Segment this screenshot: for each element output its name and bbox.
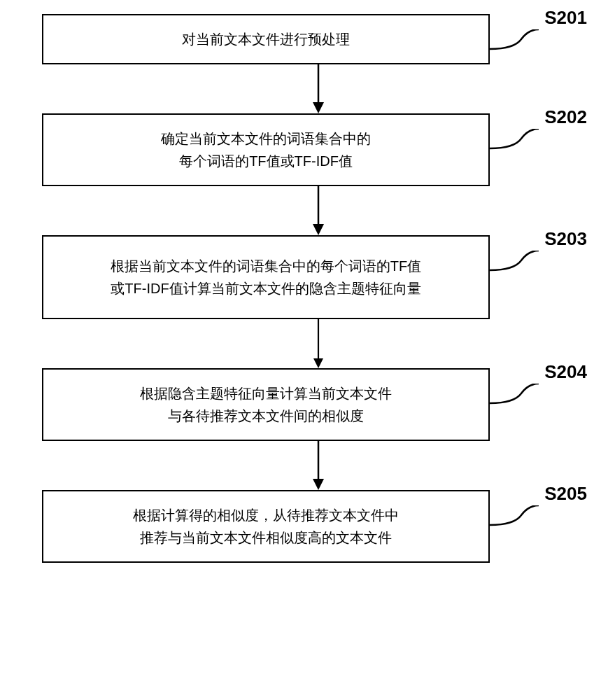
step-box: 对当前文本文件进行预处理: [42, 14, 490, 64]
step-text: 根据当前文本文件的词语集合中的每个词语的TF值或TF-IDF值计算当前文本文件的…: [111, 255, 421, 300]
step-box: 根据当前文本文件的词语集合中的每个词语的TF值或TF-IDF值计算当前文本文件的…: [42, 235, 490, 319]
connector-curve-icon: [490, 505, 539, 526]
flow-step-S202: 确定当前文本文件的词语集合中的每个词语的TF值或TF-IDF值 S202: [21, 113, 594, 186]
step-label-text: S204: [544, 361, 587, 383]
step-label-wrap: S203: [490, 235, 594, 263]
svg-marker-5: [313, 358, 323, 368]
step-label-text: S202: [544, 106, 587, 128]
step-label-text: S205: [544, 483, 587, 505]
step-label-wrap: S204: [490, 368, 594, 396]
flow-step-S204: 根据隐含主题特征向量计算当前文本文件与各待推荐文本文件间的相似度 S204: [21, 368, 594, 441]
svg-marker-1: [313, 102, 324, 113]
arrow-down-icon: [94, 64, 542, 113]
step-label-wrap: S201: [490, 14, 594, 42]
connector-curve-icon: [490, 129, 539, 150]
step-text: 根据计算得的相似度，从待推荐文本文件中推荐与当前文本文件相似度高的文本文件: [133, 504, 399, 549]
flow-step-S205: 根据计算得的相似度，从待推荐文本文件中推荐与当前文本文件相似度高的文本文件 S2…: [21, 490, 594, 563]
flow-step-S201: 对当前文本文件进行预处理 S201: [21, 14, 594, 64]
flowchart: 对当前文本文件进行预处理 S201 确定当前文本文件的词语集合中的每个词语的TF…: [21, 14, 594, 563]
connector-curve-icon: [490, 251, 539, 272]
step-box: 确定当前文本文件的词语集合中的每个词语的TF值或TF-IDF值: [42, 113, 490, 186]
step-label-wrap: S205: [490, 490, 594, 518]
connector-curve-icon: [490, 29, 539, 50]
svg-marker-7: [313, 479, 324, 490]
connector-curve-icon: [490, 384, 539, 405]
flow-step-S203: 根据当前文本文件的词语集合中的每个词语的TF值或TF-IDF值计算当前文本文件的…: [21, 235, 594, 319]
arrow-down-icon: [94, 186, 542, 235]
step-text: 根据隐含主题特征向量计算当前文本文件与各待推荐文本文件间的相似度: [140, 382, 392, 427]
step-text: 确定当前文本文件的词语集合中的每个词语的TF值或TF-IDF值: [161, 127, 371, 172]
step-label-text: S201: [544, 7, 587, 29]
step-box: 根据隐含主题特征向量计算当前文本文件与各待推荐文本文件间的相似度: [42, 368, 490, 441]
step-box: 根据计算得的相似度，从待推荐文本文件中推荐与当前文本文件相似度高的文本文件: [42, 490, 490, 563]
arrow-down-icon: [94, 441, 542, 490]
step-text: 对当前文本文件进行预处理: [182, 28, 350, 50]
arrow-down-icon: [94, 319, 542, 368]
step-label-wrap: S202: [490, 113, 594, 141]
svg-marker-3: [313, 224, 324, 235]
step-label-text: S203: [544, 228, 587, 250]
